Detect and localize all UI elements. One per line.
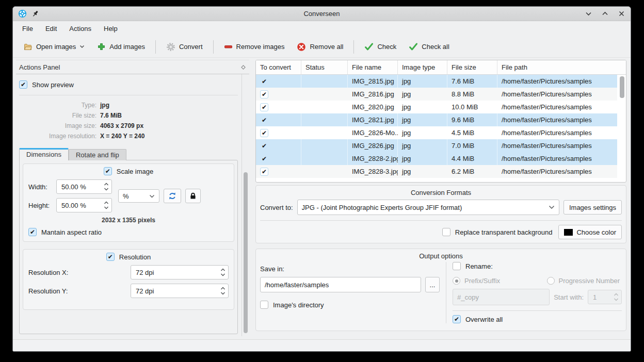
- toolbar-separator: [155, 40, 156, 54]
- progressive-number-radio[interactable]: Progressive Number: [547, 277, 620, 285]
- table-row[interactable]: ✔IMG_2828-3.jpgjpg6.2 MiB/home/faster/Pi…: [256, 165, 617, 178]
- checkbox-box: ✔: [453, 315, 461, 323]
- row-to-convert-checkbox[interactable]: ✔: [260, 103, 268, 111]
- scaled-size-text: 2032 x 1355 pixels: [28, 217, 229, 224]
- column-header-file-size[interactable]: File size: [447, 60, 497, 74]
- resolution-x-spinbox[interactable]: 72 dpi: [131, 265, 229, 279]
- scale-image-checkbox[interactable]: ✔ Scale image: [104, 167, 154, 175]
- table-cell-check[interactable]: ✔: [256, 113, 301, 126]
- toolbar: Open images Add images Convert Remove im…: [13, 36, 631, 58]
- table-cell-check[interactable]: ✔: [256, 165, 301, 178]
- maintain-aspect-ratio-checkbox[interactable]: ✔ Mantain aspect ratio: [28, 228, 102, 236]
- row-to-convert-checkbox[interactable]: ✔: [260, 142, 268, 150]
- close-button[interactable]: [617, 10, 625, 18]
- browse-button[interactable]: ...: [425, 277, 440, 292]
- add-images-button[interactable]: Add images: [92, 39, 150, 54]
- prefix-suffix-radio[interactable]: Prefix/Suffix: [453, 277, 500, 285]
- overwrite-all-checkbox[interactable]: ✔ Overwrite all: [453, 315, 503, 323]
- images-directory-checkbox[interactable]: Image's directory: [260, 301, 324, 309]
- open-images-button[interactable]: Open images: [18, 40, 90, 54]
- table-row[interactable]: ✔IMG_2828-2.jpgjpg4.4 MiB/home/faster/Pi…: [256, 152, 617, 165]
- table-cell-check[interactable]: ✔: [256, 152, 301, 165]
- show-preview-checkbox[interactable]: ✔ Show preview: [19, 80, 74, 89]
- float-panel-icon[interactable]: [240, 64, 246, 70]
- spin-arrows-icon[interactable]: [613, 292, 619, 302]
- column-header-file-name[interactable]: File name: [348, 60, 398, 74]
- unit-combobox[interactable]: %: [118, 189, 159, 203]
- info-label: Image size:: [19, 122, 96, 129]
- table-cell-check[interactable]: ✔: [256, 101, 301, 113]
- check-all-icon: [409, 43, 418, 51]
- titlebar[interactable]: Converseen: [13, 7, 631, 21]
- row-to-convert-checkbox[interactable]: ✔: [260, 116, 268, 124]
- table-cell-type: jpg: [398, 113, 447, 126]
- replace-transparent-background-checkbox[interactable]: Replace transparent background: [442, 228, 553, 236]
- row-to-convert-checkbox[interactable]: ✔: [260, 90, 268, 98]
- table-cell-status: [301, 101, 348, 113]
- tab-dimensions[interactable]: Dimensions: [19, 148, 69, 160]
- row-to-convert-checkbox[interactable]: ✔: [260, 129, 268, 137]
- spin-arrows-icon[interactable]: [220, 267, 226, 277]
- height-spinbox[interactable]: 50.00 %: [56, 198, 112, 212]
- remove-all-button[interactable]: Remove all: [292, 39, 348, 55]
- resolution-y-spinbox[interactable]: 72 dpi: [131, 284, 229, 298]
- rename-checkbox[interactable]: Rename:: [453, 262, 493, 270]
- actions-panel-title: Actions Panel: [19, 63, 60, 71]
- menu-edit[interactable]: Edit: [40, 23, 62, 34]
- column-header-status[interactable]: Status: [301, 60, 348, 74]
- table-cell-check[interactable]: ✔: [256, 139, 301, 152]
- check-icon: [364, 43, 374, 51]
- spin-arrows-icon[interactable]: [103, 182, 109, 192]
- row-to-convert-checkbox[interactable]: ✔: [260, 168, 268, 176]
- chevron-down-icon: [79, 45, 85, 48]
- remove-images-button[interactable]: Remove images: [219, 39, 290, 54]
- table-scrollbar[interactable]: [620, 76, 624, 98]
- images-settings-button[interactable]: Images settings: [564, 200, 622, 215]
- convert-gear-icon: [166, 42, 175, 52]
- width-spinbox[interactable]: 50.00 %: [56, 179, 112, 194]
- format-combobox[interactable]: JPG - (Joint Photographic Experts Group …: [297, 200, 559, 215]
- minimize-button[interactable]: [584, 10, 592, 18]
- table-cell-check[interactable]: ✔: [256, 88, 301, 101]
- save-path-input[interactable]: /home/faster/samples: [260, 277, 421, 292]
- table-row[interactable]: ✔IMG_2816.jpgjpg8.8 MiB/home/faster/Pict…: [256, 88, 617, 101]
- image-info: Type: jpg File size: 7.6 MiB Image size:…: [19, 102, 238, 140]
- table-row[interactable]: ✔IMG_2826.jpgjpg7.0 MiB/home/faster/Pict…: [256, 139, 617, 152]
- panel-scrollbar[interactable]: [244, 172, 248, 333]
- actions-panel-content: ✔ Show preview Type: jpg File size: 7.6 …: [16, 74, 249, 339]
- choose-color-button[interactable]: Choose color: [558, 225, 622, 239]
- table-cell-size: 4.4 MiB: [447, 152, 497, 165]
- start-with-spinbox[interactable]: 1: [588, 290, 622, 304]
- menu-file[interactable]: File: [17, 23, 38, 34]
- row-to-convert-checkbox[interactable]: ✔: [260, 155, 268, 163]
- table-cell-path: /home/faster/Pictures/samples: [497, 101, 617, 113]
- check-button[interactable]: Check: [359, 40, 401, 54]
- table-cell-check[interactable]: ✔: [256, 75, 301, 88]
- spin-arrows-icon[interactable]: [220, 286, 226, 296]
- window-title: Converseen: [13, 10, 631, 18]
- table-cell-check[interactable]: ✔: [256, 126, 301, 139]
- table-row[interactable]: ✔IMG_2821.jpgjpg9.6 MiB/home/faster/Pict…: [256, 113, 617, 126]
- maximize-button[interactable]: [601, 10, 609, 18]
- menu-help[interactable]: Help: [99, 23, 123, 34]
- tab-rotate-and-flip[interactable]: Rotate and flip: [69, 149, 126, 160]
- resolution-checkbox[interactable]: ✔ Resolution: [106, 253, 151, 261]
- table-row[interactable]: ✔IMG_2820.jpgjpg10.0 MiB/home/faster/Pic…: [256, 101, 617, 113]
- rename-pattern-input[interactable]: #_copy: [453, 289, 550, 305]
- table-cell-path: /home/faster/Pictures/samples: [497, 165, 617, 178]
- table-row[interactable]: ✔IMG_2826-Mo...jpg4.5 MiB/home/faster/Pi…: [256, 126, 617, 139]
- column-header-to-convert[interactable]: To convert: [256, 60, 301, 74]
- menubar: File Edit Actions Help: [13, 21, 631, 36]
- column-header-file-path[interactable]: File path: [497, 60, 626, 74]
- convert-button[interactable]: Convert: [161, 39, 208, 55]
- check-all-button[interactable]: Check all: [404, 40, 454, 54]
- row-to-convert-checkbox[interactable]: ✔: [260, 77, 268, 86]
- info-label: Type:: [19, 102, 96, 109]
- refresh-dimensions-button[interactable]: [164, 189, 181, 203]
- column-header-image-type[interactable]: Image type: [398, 60, 447, 74]
- start-with-label: Start with:: [554, 293, 584, 301]
- spin-arrows-icon[interactable]: [103, 200, 109, 210]
- menu-actions[interactable]: Actions: [64, 23, 96, 34]
- table-row[interactable]: ✔IMG_2815.jpgjpg7.6 MiB/home/faster/Pict…: [256, 75, 617, 88]
- lock-aspect-button[interactable]: [185, 189, 201, 203]
